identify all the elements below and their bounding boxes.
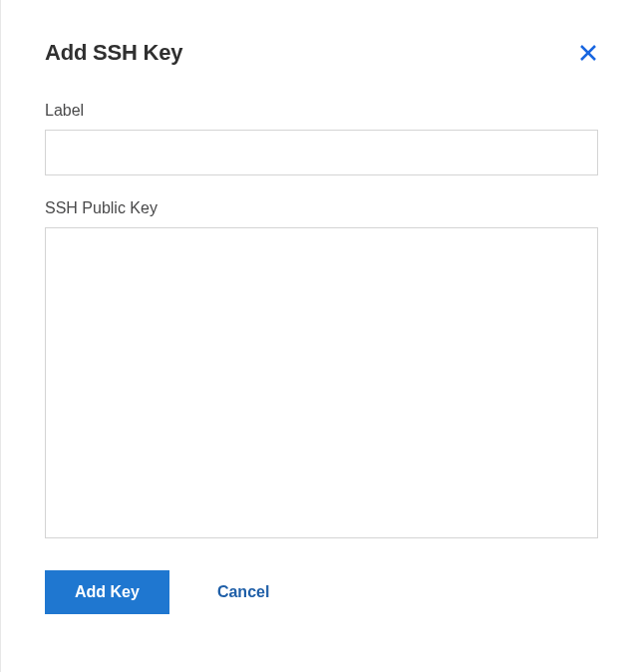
ssh-key-field-label: SSH Public Key bbox=[45, 199, 598, 217]
label-field-group: Label bbox=[45, 102, 598, 175]
add-key-button[interactable]: Add Key bbox=[45, 570, 169, 614]
label-input[interactable] bbox=[45, 130, 598, 175]
cancel-button[interactable]: Cancel bbox=[217, 583, 269, 601]
label-field-label: Label bbox=[45, 102, 598, 120]
ssh-public-key-input[interactable] bbox=[45, 227, 598, 538]
close-icon bbox=[579, 44, 597, 62]
close-button[interactable] bbox=[578, 43, 598, 63]
ssh-key-field-group: SSH Public Key bbox=[45, 199, 598, 542]
add-ssh-key-panel: Add SSH Key Label SSH Public Key Add Key… bbox=[1, 0, 642, 658]
panel-header: Add SSH Key bbox=[45, 40, 598, 66]
panel-title: Add SSH Key bbox=[45, 40, 182, 66]
action-buttons: Add Key Cancel bbox=[45, 570, 598, 614]
